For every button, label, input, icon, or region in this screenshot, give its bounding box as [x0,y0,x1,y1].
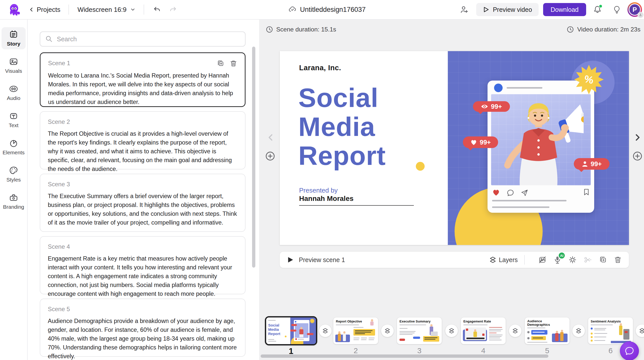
post-caption-placeholder [492,206,549,208]
percent-starburst: % [574,64,604,95]
chevron-left-icon [29,7,34,12]
slide-title-text[interactable]: Social Media Report [298,83,386,170]
divider [144,5,144,15]
scene-card-4[interactable]: Scene 4 Engagement Rate is a key metric … [40,236,246,294]
back-to-projects-button[interactable]: Projects [29,6,60,14]
slide-presented-by[interactable]: Presented by [299,187,338,194]
transition-button-2-3[interactable] [381,325,394,337]
search-input[interactable] [57,35,240,43]
transition-button-1-2[interactable] [319,325,332,337]
transition-button-5-6[interactable] [572,325,585,337]
sidebar-item-visuals[interactable]: Visuals [2,54,26,77]
scene-duration-label: Scene duration: 15.1s [276,26,336,33]
sidebar-item-label: Story [7,41,20,47]
comment-icon [507,189,514,197]
timeline-thumb-2[interactable]: Report Objective [333,317,378,344]
timeline-thumb-5[interactable]: Audience Demographics [525,317,570,344]
document-title-group[interactable]: Untitleddesign176037 [288,0,366,19]
transition-button-6-7[interactable] [636,325,644,337]
voiceover-button[interactable]: AI [553,256,561,264]
left-sidebar: Story Visuals Audio Text Elements Styles [0,20,28,360]
support-chat-button[interactable] [620,341,639,360]
layers-button[interactable]: Layers [489,256,518,264]
thumb-slide-preview: Social Media Report [266,317,290,344]
add-scene-before-button[interactable] [265,151,275,161]
scene-card-3[interactable]: Scene 3 The Executive Summary offers a b… [40,174,246,232]
branding-icon [9,193,18,202]
transition-button-4-5[interactable] [509,325,521,337]
scene-title: Scene 3 [48,181,70,188]
followers-badge: 99+ [574,158,610,170]
sidebar-item-audio[interactable]: Audio [2,82,26,104]
timeline-thumb-4[interactable]: Engagement Rate [461,317,506,344]
redo-button[interactable] [169,6,177,14]
help-tips-button[interactable] [613,6,621,14]
divider [524,255,525,265]
scene-settings-button[interactable] [569,256,577,264]
person-icon [582,161,588,167]
user-avatar[interactable]: P [627,2,642,17]
slide-company-text[interactable]: Larana, Inc. [299,64,341,72]
scene-card-5[interactable]: Scene 5 Audience Demographics provide a … [40,299,246,357]
notifications-button[interactable] [593,5,602,14]
duplicate-scene-icon[interactable] [217,60,224,67]
ai-badge: AI [558,252,566,259]
back-label: Projects [37,6,60,14]
delete-scene-button[interactable] [614,256,622,264]
heart-icon [470,139,477,146]
sidebar-item-elements[interactable]: Elements [2,136,26,158]
app-logo-octopus-icon[interactable] [8,3,21,16]
preview-scene-label: Preview scene 1 [299,256,345,264]
text-icon [9,112,18,121]
timeline-scrollbar[interactable] [261,354,548,358]
likes-badge: 99+ [463,136,498,148]
download-button[interactable]: Download [543,3,586,16]
next-scene-arrow[interactable] [633,133,642,142]
sidebar-item-branding[interactable]: Branding [2,190,26,212]
timeline-number-5: 5 [535,346,560,355]
slide-presenter-name[interactable]: Hannah Morales [299,195,353,203]
audio-icon [9,84,18,93]
undo-icon [153,6,161,14]
timeline-thumb-1[interactable]: Social Media Report [265,316,317,345]
scene-text[interactable]: Welcome to Larana Inc.'s Social Media Re… [48,71,237,106]
social-post-card [488,81,594,213]
thumb-title: Executive Summary [399,319,431,323]
delete-scene-icon[interactable] [230,60,237,67]
sidebar-item-label: Text [9,122,19,128]
duplicate-scene-button[interactable] [599,256,607,264]
scene-card-2[interactable]: Scene 2 The Report Objective is crucial … [40,111,246,169]
add-scene-after-button[interactable] [632,151,642,161]
scene-text[interactable]: Audience Demographics provide a breakdow… [48,317,237,360]
thumb-title: Social Media Report [268,323,289,336]
scene-card-1[interactable]: Scene 1 Welcome to Larana Inc.'s Social … [40,52,246,107]
scene-text[interactable]: The Report Objective is crucial as it pr… [48,129,237,173]
preview-video-button[interactable]: Preview video [476,3,539,16]
sidebar-item-label: Elements [3,150,25,156]
aspect-ratio-dropdown[interactable]: Widescreen 16:9 [77,6,136,14]
transition-button-3-4[interactable] [445,325,458,337]
document-title[interactable]: Untitleddesign176037 [300,6,366,14]
scene-text[interactable]: Engagement Rate is a key metric that mea… [48,254,237,298]
canvas-slide[interactable]: Larana, Inc. Social Media Report Present… [280,51,629,245]
timeline-thumb-3[interactable]: Executive Summary [397,317,442,344]
slide-illustration[interactable]: % 99+ 99+ 99+ [448,51,629,245]
search-box[interactable] [40,31,246,47]
redo-icon [169,6,177,14]
scene-text[interactable]: The Executive Summary offers a brief ove… [48,192,237,227]
sidebar-item-story[interactable]: Story [2,27,26,49]
chat-bubble-icon [625,346,634,356]
sidebar-item-styles[interactable]: Styles [2,163,26,185]
scene-preview-bar: Preview scene 1 Layers AI [280,252,629,268]
add-collaborator-button[interactable] [460,5,469,14]
play-scene-button[interactable] [287,256,294,263]
sidebar-item-text[interactable]: Text [2,109,26,131]
previous-scene-arrow[interactable] [266,133,275,142]
scene-list-scrollbar[interactable] [252,47,255,268]
split-scene-button[interactable] [584,256,592,264]
slide-yellow-dot[interactable] [416,162,425,171]
remove-media-button[interactable] [538,256,546,264]
scene-title: Scene 5 [48,306,70,313]
undo-button[interactable] [153,6,161,14]
timeline-thumb-6[interactable]: Sentiment Analysis [588,317,633,344]
